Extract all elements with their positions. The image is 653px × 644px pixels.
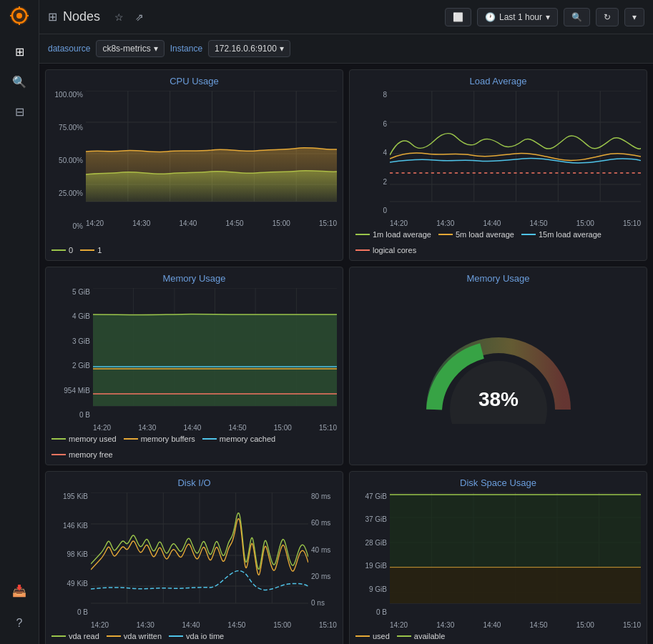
diskspace-x-axis: 14:20 14:30 14:40 14:50 15:00 15:10 [390,620,641,629]
gauge-value-text: 38% [478,388,518,410]
monitor-button[interactable]: ⬜ [445,8,471,26]
legend-item-used: used [355,632,390,640]
used-line [355,635,370,637]
instance-select[interactable]: 172.16.0.6:9100 ▾ [208,40,290,57]
load-x-axis: 14:20 14:30 14:40 14:50 15:00 15:10 [390,218,641,227]
1m-legend-line [355,234,370,235]
legend-item-mem-buffers: memory buffers [124,435,195,443]
clock-icon: 🕐 [485,12,496,22]
diskio-legend: vda read vda written vda io time [51,632,337,640]
star-icon[interactable]: ☆ [112,9,127,26]
cpu-usage-panel: CPU Usage 100.00% 75.00% 50.00% 25.00% 0… [45,69,343,261]
cpu-y-axis: 100.00% 75.00% 50.00% 25.00% 0% [51,91,86,243]
cpu-chart-inner: 14:20 14:30 14:40 14:50 15:00 15:10 [86,91,337,243]
load-legend: 1m load average 5m load average 15m load… [355,230,641,254]
diskspace-chart-wrapper: 47 GiB 37 GiB 28 GiB 19 GiB 9 GiB 0 B [355,492,641,629]
app-logo[interactable] [9,6,29,28]
vda-read-line [51,635,66,637]
diskio-chart-inner: 80 ms 60 ms 40 ms 20 ms 0 ns 14:20 14:30… [91,492,337,629]
load-average-title: Load Average [355,76,641,86]
diskspace-legend: used available [355,632,641,640]
sidebar-item-help[interactable]: ? [6,610,32,636]
cpu-x-axis: 14:20 14:30 14:40 14:50 15:00 15:10 [86,218,337,227]
legend-item-15m: 15m load average [521,230,602,239]
legend-item-cpu1: 1 [80,246,102,254]
mem-chart-wrapper: 5 GiB 4 GiB 3 GiB 2 GiB 954 MiB 0 B [51,288,337,432]
memory-chart-title: Memory Usage [51,273,337,284]
main-content: ⊞ Nodes ☆ ⇗ ⬜ 🕐 Last 1 hour ▾ 🔍 ↻ ▾ data… [39,0,653,644]
datasource-value: ck8s-metrics [102,44,150,54]
diskspace-y-axis: 47 GiB 37 GiB 28 GiB 19 GiB 9 GiB 0 B [355,492,390,629]
diskio-y-axis-right: 80 ms 60 ms 40 ms 20 ms 0 ns [308,492,337,620]
disk-io-title: Disk I/O [51,477,337,488]
cpu0-legend-line [51,249,66,251]
mem-x-axis: 14:20 14:30 14:40 14:50 15:00 15:10 [93,422,337,432]
mem-chart-inner: 14:20 14:30 14:40 14:50 15:00 15:10 [93,288,337,432]
cpu1-legend-line [80,249,94,251]
legend-item-mem-cached: memory cached [202,435,275,443]
topbar: ⊞ Nodes ☆ ⇗ ⬜ 🕐 Last 1 hour ▾ 🔍 ↻ ▾ [39,0,653,34]
time-range-button[interactable]: 🕐 Last 1 hour ▾ [477,8,558,26]
cpu-legend: 0 1 [51,246,337,254]
cpu-usage-title: CPU Usage [51,76,337,86]
load-chart-inner: 14:20 14:30 14:40 14:50 15:00 15:10 [390,91,641,227]
5m-legend-line [438,234,453,235]
gauge-container: 38% [355,288,641,459]
legend-item-vda-io-time: vda io time [169,632,224,640]
diskio-svg [91,492,308,618]
chevron-down-icon: ▾ [154,44,158,54]
vda-io-time-line [169,635,183,637]
monitor-icon: ⬜ [453,12,463,22]
legend-item-vda-written: vda written [107,632,162,640]
gauge-svg: 38% [420,324,577,424]
diskio-y-axis-left: 195 KiB 146 KiB 98 KiB 49 KiB 0 B [51,492,91,629]
sidebar-item-dashboards[interactable]: ⊞ [6,39,32,64]
mem-y-axis: 5 GiB 4 GiB 3 GiB 2 GiB 954 MiB 0 B [51,288,93,432]
mem-cached-line [202,438,217,440]
load-chart-svg [390,91,641,216]
sidebar: ⊞ 🔍 ⊟ 📥 ? [0,0,39,644]
time-range-label: Last 1 hour [499,12,542,22]
zoom-button[interactable]: 🔍 [564,8,590,26]
diskio-chart-wrapper: 195 KiB 146 KiB 98 KiB 49 KiB 0 B [51,492,337,629]
mem-chart-svg [93,288,337,420]
diskspace-chart-inner: 14:20 14:30 14:40 14:50 15:00 15:10 [390,492,641,629]
filterbar: datasource ck8s-metrics ▾ Instance 172.1… [39,34,653,64]
page-title: Nodes [63,9,100,24]
memory-gauge-panel: Memory Usage [349,267,647,465]
legend-item-available: available [397,632,445,640]
share-icon[interactable]: ⇗ [132,9,147,26]
load-y-axis: 8 6 4 2 0 [355,91,390,227]
legend-item-cpu0: 0 [51,246,73,254]
cores-legend-line [355,249,370,251]
more-icon: ▾ [632,12,637,22]
legend-item-mem-free: memory free [51,450,113,459]
zoom-icon: 🔍 [571,12,582,22]
dashboard-grid: CPU Usage 100.00% 75.00% 50.00% 25.00% 0… [39,64,653,644]
refresh-button[interactable]: ↻ [596,8,619,26]
memory-gauge-title: Memory Usage [355,273,641,284]
datasource-select[interactable]: ck8s-metrics ▾ [96,40,164,57]
legend-item-vda-read: vda read [51,632,99,640]
load-chart-wrapper: 8 6 4 2 0 [355,91,641,227]
disk-io-panel: Disk I/O 195 KiB 146 KiB 98 KiB 49 KiB 0… [45,471,343,644]
memory-chart-panel: Memory Usage 5 GiB 4 GiB 3 GiB 2 GiB 954… [45,267,343,465]
disk-space-title: Disk Space Usage [355,477,641,488]
cpu-chart-svg [86,91,337,216]
instance-label: Instance [170,44,202,54]
instance-value: 172.16.0.6:9100 [215,44,277,54]
diskio-x-axis: 14:20 14:30 14:40 14:50 15:00 15:10 [91,620,337,629]
legend-item-5m: 5m load average [438,230,514,239]
sidebar-item-apps[interactable]: ⊟ [6,99,32,124]
sidebar-item-search[interactable]: 🔍 [6,69,32,94]
sidebar-item-download[interactable]: 📥 [6,578,32,603]
chevron-down-icon: ▾ [546,12,550,22]
chevron-down-icon: ▾ [280,44,284,54]
available-line [397,635,411,637]
mem-used-line [51,438,66,440]
more-button[interactable]: ▾ [624,8,644,26]
refresh-icon: ↻ [604,12,611,22]
grid-icon: ⊞ [48,10,57,24]
svg-point-2 [16,13,22,19]
vda-written-line [107,635,121,637]
